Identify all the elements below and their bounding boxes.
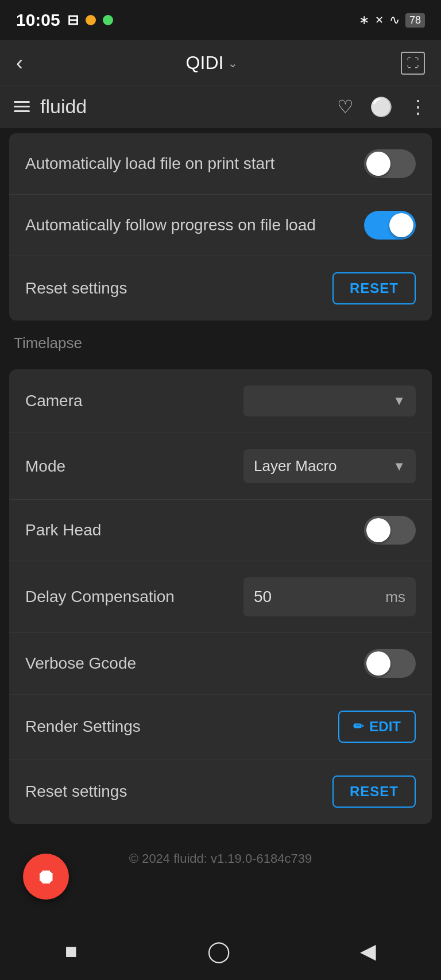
fab-icon: ⏺: [36, 865, 56, 889]
bottom-nav: ■ ◯ ◀: [0, 923, 441, 980]
delay-comp-label: Delay Compensation: [25, 586, 243, 608]
nav-title-text: QIDI: [186, 52, 224, 74]
reset-button-top[interactable]: RESET: [332, 272, 416, 304]
battery-label: 78: [405, 13, 425, 28]
camera-label: Camera: [25, 390, 243, 412]
back-button[interactable]: ‹: [16, 51, 23, 75]
park-head-label: Park Head: [25, 519, 364, 541]
nav-title: QIDI ⌄: [186, 52, 238, 74]
fullscreen-button[interactable]: ⛶: [401, 52, 425, 75]
dot-green: [103, 15, 113, 25]
header-icons: ♡ ⚪ ⋮: [337, 96, 427, 118]
delay-comp-unit: ms: [385, 588, 405, 606]
verbose-gcode-row: Verbose Gcode: [9, 633, 432, 695]
reset-settings-label-top: Reset settings: [25, 277, 332, 299]
mode-value: Layer Macro: [254, 457, 337, 475]
render-settings-label: Render Settings: [25, 716, 338, 738]
app-name: fluidd: [40, 95, 337, 118]
park-head-row: Park Head: [9, 500, 432, 561]
timelapse-section-label: Timelapse: [0, 321, 441, 358]
status-bar: 10:05 ⊟ ∗ ✕ ∿ 78: [0, 0, 441, 40]
park-head-toggle[interactable]: [364, 516, 416, 545]
fab-button[interactable]: ⏺: [23, 854, 69, 900]
auto-load-label: Automatically load file on print start: [25, 153, 364, 175]
x-icon: ✕: [375, 14, 384, 26]
camera-dropdown[interactable]: ▼: [243, 385, 416, 416]
status-left: 10:05 ⊟: [16, 10, 113, 30]
verbose-gcode-knob: [366, 651, 390, 676]
bell-icon[interactable]: ♡: [337, 96, 354, 118]
auto-follow-knob: [389, 213, 413, 237]
auto-follow-row: Automatically follow progress on file lo…: [9, 195, 432, 256]
nav-dropdown-icon[interactable]: ⌄: [228, 56, 238, 70]
mode-label: Mode: [25, 456, 243, 477]
park-head-knob: [366, 518, 390, 542]
dot-orange: [86, 15, 96, 25]
delay-comp-input-wrapper: ms: [243, 577, 416, 616]
mode-dropdown[interactable]: Layer Macro ▼: [243, 449, 416, 483]
edit-label: EDIT: [369, 719, 401, 735]
verbose-gcode-label: Verbose Gcode: [25, 653, 364, 674]
reset-button-bottom[interactable]: RESET: [332, 775, 416, 808]
auto-load-row: Automatically load file on print start: [9, 133, 432, 195]
auto-follow-toggle[interactable]: [364, 211, 416, 240]
render-settings-row: Render Settings ✏ EDIT: [9, 695, 432, 759]
nav-home-button[interactable]: ◯: [190, 933, 247, 969]
app-header: fluidd ♡ ⚪ ⋮: [0, 86, 441, 128]
status-right: ∗ ✕ ∿ 78: [359, 13, 425, 28]
nav-square-button[interactable]: ■: [48, 933, 95, 969]
delay-comp-input[interactable]: [254, 588, 381, 606]
auto-follow-label: Automatically follow progress on file lo…: [25, 214, 364, 236]
camera-row: Camera ▼: [9, 369, 432, 433]
reset-settings-row-top: Reset settings RESET: [9, 256, 432, 321]
bluetooth-icon: ∗: [359, 13, 369, 28]
auto-load-knob: [366, 152, 390, 176]
mode-row: Mode Layer Macro ▼: [9, 433, 432, 500]
nav-back-button[interactable]: ◀: [343, 933, 393, 969]
menu-button[interactable]: [14, 101, 30, 112]
reset-settings-row-bottom: Reset settings RESET: [9, 759, 432, 824]
camera-dropdown-arrow: ▼: [393, 393, 405, 408]
notification-icon: ⊟: [67, 12, 79, 28]
account-icon[interactable]: ⚪: [370, 96, 393, 118]
nav-bar: ‹ QIDI ⌄ ⛶: [0, 40, 441, 86]
footer-text: © 2024 fluidd: v1.19.0-6184c739: [129, 851, 312, 866]
expand-icon: ⛶: [407, 56, 419, 70]
verbose-gcode-toggle[interactable]: [364, 649, 416, 678]
wifi-icon: ∿: [389, 13, 400, 28]
timelapse-card: Camera ▼ Mode Layer Macro ▼ Park Head De…: [9, 369, 432, 824]
render-settings-edit-button[interactable]: ✏ EDIT: [338, 711, 416, 743]
delay-comp-row: Delay Compensation ms: [9, 561, 432, 633]
auto-load-toggle[interactable]: [364, 149, 416, 178]
reset-settings-label-bottom: Reset settings: [25, 781, 332, 802]
time-label: 10:05: [16, 10, 60, 30]
top-settings-card: Automatically load file on print start A…: [9, 133, 432, 321]
more-icon[interactable]: ⋮: [409, 96, 427, 118]
edit-icon: ✏: [353, 719, 363, 734]
mode-dropdown-arrow: ▼: [393, 459, 405, 474]
